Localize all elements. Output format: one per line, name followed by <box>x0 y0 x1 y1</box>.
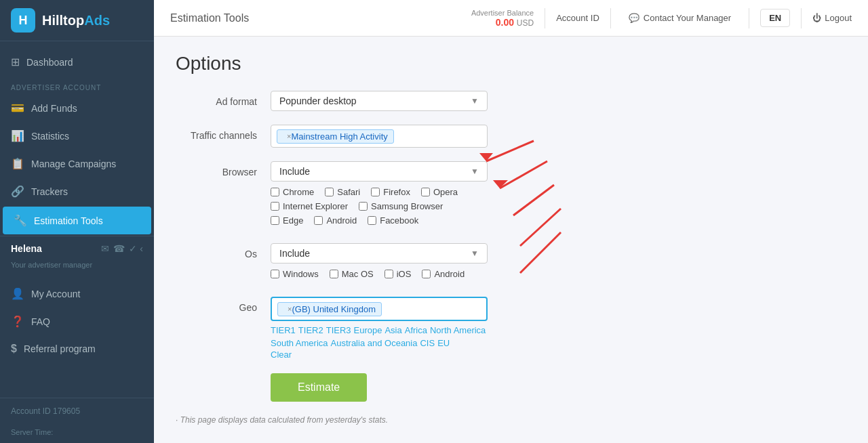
page-title: Options <box>176 53 846 75</box>
ie-checkbox[interactable] <box>271 202 279 211</box>
browser-firefox[interactable]: Firefox <box>371 187 410 197</box>
balance-amount: 0.00 USD <box>471 17 534 28</box>
traffic-channels-control: × Mainstream High Activity <box>271 125 610 148</box>
browser-edge[interactable]: Edge <box>271 215 303 226</box>
browser-label: Browser <box>176 161 271 177</box>
logout-button[interactable]: ⏻ Logout <box>812 13 852 23</box>
sidebar-collapse-button[interactable]: ‹ <box>140 243 143 254</box>
android-os-checkbox[interactable] <box>422 270 431 278</box>
firefox-checkbox[interactable] <box>371 188 380 196</box>
sidebar-item-statistics[interactable]: 📊 Statistics <box>0 122 154 150</box>
contact-manager-button[interactable]: 💬 Contact Your Manager <box>622 9 738 27</box>
sidebar-item-referral-program[interactable]: $ Referral program <box>0 335 154 362</box>
browser-checkboxes: Chrome Safari Firefox Opera <box>271 187 610 226</box>
geo-link-tier3[interactable]: TIER3 <box>326 325 351 335</box>
geo-link-tier2[interactable]: TIER2 <box>298 325 323 335</box>
browser-facebook[interactable]: Facebook <box>368 215 418 226</box>
ios-checkbox[interactable] <box>384 270 393 278</box>
separator-4 <box>801 8 802 28</box>
chevron-down-icon-2: ▼ <box>471 167 479 176</box>
geo-link-south-america[interactable]: South America <box>271 338 328 348</box>
os-android[interactable]: Android <box>422 269 465 279</box>
chrome-checkbox[interactable] <box>271 188 279 196</box>
add-funds-icon: 💳 <box>11 102 24 114</box>
referral-icon: $ <box>11 343 17 355</box>
sidebar-item-faq[interactable]: ❓ FAQ <box>0 308 154 335</box>
os-windows[interactable]: Windows <box>271 269 319 279</box>
chevron-down-icon-3: ▼ <box>471 249 479 258</box>
ad-format-control: Popunder desktop ▼ <box>271 91 610 111</box>
sidebar-item-dashboard[interactable]: ⊞ Dashboard <box>0 48 154 76</box>
ad-format-row: Ad format Popunder desktop ▼ <box>176 91 846 111</box>
sidebar-item-add-funds[interactable]: 💳 Add Funds <box>0 94 154 122</box>
geo-link-tier1[interactable]: TIER1 <box>271 325 296 335</box>
content-area: Options Ad format Popunder desktop ▼ Tra… <box>154 37 868 441</box>
android-browser-checkbox[interactable] <box>314 216 323 225</box>
traffic-channel-tag: × Mainstream High Activity <box>277 129 394 144</box>
facebook-checkbox[interactable] <box>368 216 376 225</box>
manager-section: Helena ✉ ☎ ✓ ‹ <box>0 236 154 261</box>
geo-clear-link[interactable]: Clear <box>271 350 610 360</box>
estimate-control: Estimate <box>271 373 610 402</box>
geo-link-europe[interactable]: Europe <box>354 325 382 335</box>
traffic-channels-row: Traffic channels × Mainstream High Activ… <box>176 125 846 148</box>
windows-checkbox[interactable] <box>271 270 279 278</box>
sidebar-item-my-account[interactable]: 👤 My Account <box>0 280 154 308</box>
language-button[interactable]: EN <box>760 9 790 27</box>
geo-link-asia[interactable]: Asia <box>384 325 401 335</box>
geo-quick-links: TIER1 TIER2 TIER3 Europe Asia Africa Nor… <box>271 325 488 348</box>
chevron-down-icon: ▼ <box>471 96 479 106</box>
section-label: ADVERTISER ACCOUNT <box>0 76 154 94</box>
estimate-label-spacer <box>176 373 271 379</box>
dashboard-icon: ⊞ <box>11 56 20 68</box>
geo-link-eu[interactable]: EU <box>437 338 450 348</box>
campaigns-icon: 📋 <box>11 157 24 170</box>
account-id-header: Account ID <box>556 13 599 23</box>
ad-format-select[interactable]: Popunder desktop ▼ <box>271 91 488 111</box>
os-macos[interactable]: Mac OS <box>330 269 374 279</box>
browser-safari[interactable]: Safari <box>325 187 360 197</box>
os-checkboxes: Windows Mac OS iOS Android <box>271 269 610 279</box>
logo-area: H HilltopAds <box>0 0 154 41</box>
content-wrapper: Options Ad format Popunder desktop ▼ Tra… <box>154 37 868 443</box>
geo-link-africa[interactable]: Africa <box>405 325 427 335</box>
browser-chrome[interactable]: Chrome <box>271 187 314 197</box>
safari-checkbox[interactable] <box>325 188 334 196</box>
account-id: Account ID 179605 <box>0 398 154 424</box>
geo-input-box[interactable]: × (GB) United Kingdom <box>271 297 488 321</box>
server-time: Server Time: <box>0 424 154 443</box>
browser-android[interactable]: Android <box>314 215 357 226</box>
geo-link-cis[interactable]: CIS <box>420 338 435 348</box>
geo-link-north-america[interactable]: North America <box>430 325 486 335</box>
browser-ie[interactable]: Internet Explorer <box>271 201 348 211</box>
os-ios[interactable]: iOS <box>384 269 412 279</box>
edge-checkbox[interactable] <box>271 216 279 225</box>
samsung-checkbox[interactable] <box>359 202 368 211</box>
logo-icon: H <box>11 8 35 33</box>
skype-icon[interactable]: ☎ <box>113 243 125 254</box>
os-row: Os Include ▼ Windows Mac OS <box>176 243 846 283</box>
opera-checkbox[interactable] <box>421 188 430 196</box>
browser-row: Browser Include ▼ Chrome Safari <box>176 161 846 230</box>
sidebar-item-trackers[interactable]: 🔗 Trackers <box>0 177 154 205</box>
macos-checkbox[interactable] <box>330 270 338 278</box>
os-label: Os <box>176 243 271 259</box>
browser-include-select[interactable]: Include ▼ <box>271 161 488 182</box>
telegram-icon[interactable]: ✓ <box>129 243 137 254</box>
estimate-button[interactable]: Estimate <box>271 373 367 402</box>
chat-icon: 💬 <box>629 13 639 23</box>
geo-link-australia[interactable]: Australia and Oceania <box>331 338 418 348</box>
browser-samsung[interactable]: Samsung Browser <box>359 201 443 211</box>
os-include-select[interactable]: Include ▼ <box>271 243 488 263</box>
mail-icon[interactable]: ✉ <box>101 243 109 254</box>
geo-search-input[interactable] <box>384 304 481 314</box>
sidebar-item-manage-campaigns[interactable]: 📋 Manage Campaigns <box>0 150 154 177</box>
geo-tag: × (GB) United Kingdom <box>277 302 382 316</box>
os-row-1: Windows Mac OS iOS Android <box>271 269 610 279</box>
traffic-channels-label: Traffic channels <box>176 125 271 141</box>
os-control: Include ▼ Windows Mac OS iO <box>271 243 610 283</box>
traffic-channels-input[interactable]: × Mainstream High Activity <box>271 125 488 148</box>
geo-label: Geo <box>176 297 271 313</box>
browser-opera[interactable]: Opera <box>421 187 458 197</box>
sidebar-item-estimation-tools[interactable]: 🔧 Estimation Tools <box>3 207 151 234</box>
